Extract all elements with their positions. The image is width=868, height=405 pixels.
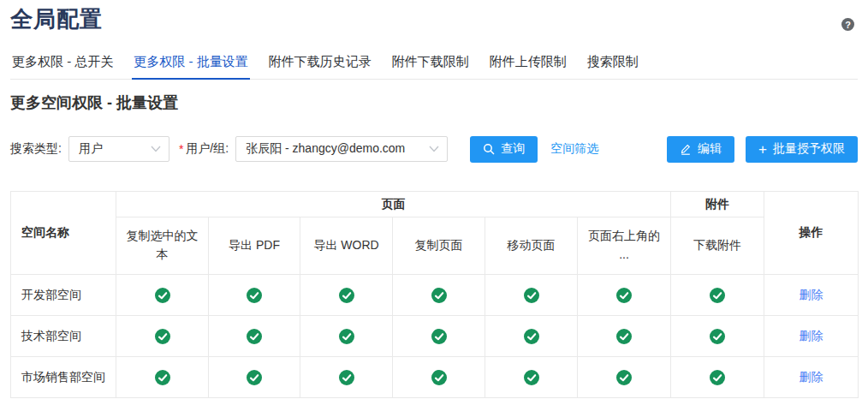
permission-cell xyxy=(671,316,764,357)
table-row: 市场销售部空间 删除 xyxy=(11,357,859,398)
delete-link[interactable]: 删除 xyxy=(800,370,823,384)
global-config-page: 全局配置 ? 更多权限 - 总开关 更多权限 - 批量设置 附件下载历史记录 附… xyxy=(0,4,868,398)
edit-button[interactable]: 编辑 xyxy=(667,136,734,163)
page-title: 全局配置 xyxy=(10,4,858,34)
permission-cell xyxy=(393,357,485,398)
permission-cell xyxy=(578,357,671,398)
check-circle-icon xyxy=(339,329,354,344)
permission-cell xyxy=(671,275,764,316)
check-circle-icon xyxy=(616,370,632,385)
tab-attachment-download-limit[interactable]: 附件下载限制 xyxy=(390,52,471,79)
permission-cell xyxy=(485,275,578,316)
user-group-selected-value: 张辰阳 - zhangcy@demo.com xyxy=(246,141,405,157)
column-header-copy-page: 复制页面 xyxy=(393,217,485,275)
column-group-attachment: 附件 xyxy=(671,192,764,217)
user-group-select[interactable]: 张辰阳 - zhangcy@demo.com xyxy=(235,136,448,162)
permission-cell xyxy=(209,357,300,398)
required-asterisk: * xyxy=(179,142,183,156)
tab-search-limit[interactable]: 搜索限制 xyxy=(586,52,640,79)
action-cell: 删除 xyxy=(764,357,859,398)
toolbar-right-actions: 编辑 + 批量授予权限 xyxy=(667,136,858,163)
check-circle-icon xyxy=(710,288,725,303)
chevron-down-icon xyxy=(151,146,161,152)
permission-cell xyxy=(300,316,393,357)
permission-cell xyxy=(116,275,209,316)
query-button[interactable]: 查询 xyxy=(470,136,538,163)
permission-cell xyxy=(578,275,671,316)
user-group-field-label: * 用户/组: xyxy=(179,141,229,157)
toolbar: 搜索类型: 用户 * 用户/组: 张辰阳 - zhangcy@demo.com … xyxy=(10,135,858,163)
permission-cell xyxy=(300,275,393,316)
section-title: 更多空间权限 - 批量设置 xyxy=(10,92,858,113)
edit-button-label: 编辑 xyxy=(698,141,722,157)
column-header-export-word: 导出 WORD xyxy=(300,217,393,275)
permission-cell xyxy=(209,275,300,316)
permission-cell xyxy=(578,316,671,357)
tab-bar: 更多权限 - 总开关 更多权限 - 批量设置 附件下载历史记录 附件下载限制 附… xyxy=(10,52,858,80)
batch-grant-button[interactable]: + 批量授予权限 xyxy=(746,136,858,163)
check-circle-icon xyxy=(431,288,447,303)
check-circle-icon xyxy=(524,288,539,303)
permission-cell xyxy=(300,357,393,398)
check-circle-icon xyxy=(247,329,262,344)
check-circle-icon xyxy=(710,329,725,344)
permission-cell xyxy=(209,316,300,357)
check-circle-icon xyxy=(247,370,262,385)
check-circle-icon xyxy=(339,370,354,385)
check-circle-icon xyxy=(616,288,632,303)
user-group-label: 用户/组: xyxy=(186,141,229,157)
table-row: 开发部空间 删除 xyxy=(11,275,859,316)
column-header-copy-selected-text: 复制选中的文本 xyxy=(116,217,209,275)
space-permissions-table: 空间名称 页面 附件 操作 复制选中的文本 导出 PDF 导出 WORD 复制页… xyxy=(10,191,859,398)
search-type-select[interactable]: 用户 xyxy=(68,136,169,162)
column-header-export-pdf: 导出 PDF xyxy=(209,217,300,275)
table-sub-header-row: 复制选中的文本 导出 PDF 导出 WORD 复制页面 移动页面 页面右上角的 … xyxy=(11,217,859,275)
check-circle-icon xyxy=(155,370,170,385)
batch-grant-button-label: 批量授予权限 xyxy=(773,141,845,157)
check-circle-icon xyxy=(155,288,170,303)
column-header-download-attachment: 下载附件 xyxy=(671,217,764,275)
tab-more-permissions-batch[interactable]: 更多权限 - 批量设置 xyxy=(132,52,249,80)
check-circle-icon xyxy=(155,329,170,344)
permission-cell xyxy=(116,316,209,357)
permission-cell xyxy=(393,275,485,316)
check-circle-icon xyxy=(616,329,632,344)
space-name-cell: 技术部空间 xyxy=(11,316,116,357)
search-icon xyxy=(483,143,495,155)
check-circle-icon xyxy=(431,370,447,385)
tab-more-permissions-master[interactable]: 更多权限 - 总开关 xyxy=(10,52,115,79)
permission-cell xyxy=(393,316,485,357)
help-icon[interactable]: ? xyxy=(841,18,854,31)
tab-attachment-download-history[interactable]: 附件下载历史记录 xyxy=(267,52,373,79)
column-header-action: 操作 xyxy=(764,192,859,275)
search-type-selected-value: 用户 xyxy=(79,141,103,157)
column-group-page: 页面 xyxy=(116,192,671,217)
permission-cell xyxy=(671,357,764,398)
check-circle-icon xyxy=(524,370,539,385)
action-cell: 删除 xyxy=(764,316,859,357)
plus-icon: + xyxy=(758,142,767,157)
space-filter-link[interactable]: 空间筛选 xyxy=(550,141,598,157)
delete-link[interactable]: 删除 xyxy=(800,288,823,301)
pencil-icon xyxy=(680,143,692,155)
table-row: 技术部空间 删除 xyxy=(11,316,859,357)
action-cell: 删除 xyxy=(764,275,859,316)
space-name-cell: 市场销售部空间 xyxy=(11,357,116,398)
query-button-label: 查询 xyxy=(501,141,525,157)
column-header-move-page: 移动页面 xyxy=(485,217,578,275)
check-circle-icon xyxy=(247,288,262,303)
search-type-label: 搜索类型: xyxy=(10,141,62,157)
permission-cell xyxy=(485,316,578,357)
check-circle-icon xyxy=(431,329,447,344)
permission-cell xyxy=(116,357,209,398)
table-group-header-row: 空间名称 页面 附件 操作 xyxy=(11,192,859,217)
column-header-space-name: 空间名称 xyxy=(11,192,116,275)
check-circle-icon xyxy=(524,329,539,344)
space-name-cell: 开发部空间 xyxy=(11,275,116,316)
column-header-page-top-right-menu: 页面右上角的 ... xyxy=(578,217,671,275)
permission-cell xyxy=(485,357,578,398)
delete-link[interactable]: 删除 xyxy=(800,329,823,342)
check-circle-icon xyxy=(710,370,725,385)
tab-attachment-upload-limit[interactable]: 附件上传限制 xyxy=(488,52,568,79)
chevron-down-icon xyxy=(429,146,439,152)
